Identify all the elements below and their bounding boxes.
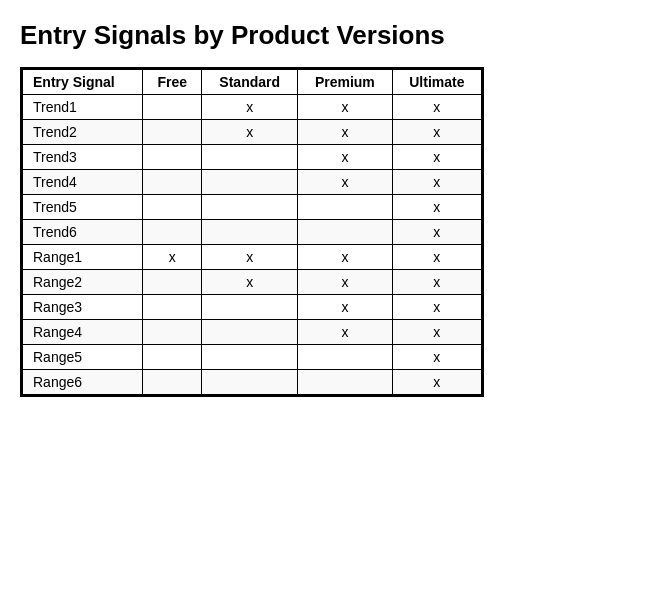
entry-signal-name: Range4 xyxy=(23,320,143,345)
cell-ultimate: x xyxy=(392,345,481,370)
cell-premium xyxy=(298,220,393,245)
cell-premium: x xyxy=(298,295,393,320)
cell-standard xyxy=(202,220,298,245)
cell-standard xyxy=(202,370,298,395)
table-row: Range1xxxx xyxy=(23,245,482,270)
entry-signal-name: Range5 xyxy=(23,345,143,370)
cell-standard xyxy=(202,345,298,370)
table-row: Trend4xx xyxy=(23,170,482,195)
cell-ultimate: x xyxy=(392,95,481,120)
table-row: Range5x xyxy=(23,345,482,370)
entry-signal-name: Range2 xyxy=(23,270,143,295)
cell-premium xyxy=(298,345,393,370)
table-row: Trend5x xyxy=(23,195,482,220)
cell-premium: x xyxy=(298,145,393,170)
cell-ultimate: x xyxy=(392,295,481,320)
entry-signal-name: Trend5 xyxy=(23,195,143,220)
table-row: Range4xx xyxy=(23,320,482,345)
cell-premium: x xyxy=(298,245,393,270)
entry-signal-name: Range6 xyxy=(23,370,143,395)
cell-premium: x xyxy=(298,95,393,120)
cell-standard xyxy=(202,320,298,345)
cell-ultimate: x xyxy=(392,370,481,395)
entry-signal-name: Trend1 xyxy=(23,95,143,120)
table-row: Trend2xxx xyxy=(23,120,482,145)
cell-free xyxy=(143,195,202,220)
cell-standard xyxy=(202,170,298,195)
cell-ultimate: x xyxy=(392,270,481,295)
cell-standard: x xyxy=(202,270,298,295)
entry-signal-name: Range3 xyxy=(23,295,143,320)
cell-free xyxy=(143,270,202,295)
cell-free xyxy=(143,220,202,245)
entry-signal-name: Trend2 xyxy=(23,120,143,145)
cell-premium: x xyxy=(298,170,393,195)
cell-premium xyxy=(298,370,393,395)
cell-free xyxy=(143,370,202,395)
col-header-premium: Premium xyxy=(298,70,393,95)
cell-free xyxy=(143,145,202,170)
table-row: Trend6x xyxy=(23,220,482,245)
product-versions-table: Entry SignalFreeStandardPremiumUltimate … xyxy=(22,69,482,395)
main-table-container: Entry SignalFreeStandardPremiumUltimate … xyxy=(20,67,484,397)
cell-ultimate: x xyxy=(392,195,481,220)
entry-signal-name: Trend4 xyxy=(23,170,143,195)
col-header-free: Free xyxy=(143,70,202,95)
col-header-standard: Standard xyxy=(202,70,298,95)
cell-ultimate: x xyxy=(392,145,481,170)
cell-ultimate: x xyxy=(392,170,481,195)
table-row: Range6x xyxy=(23,370,482,395)
cell-standard xyxy=(202,195,298,220)
cell-standard xyxy=(202,295,298,320)
table-row: Trend3xx xyxy=(23,145,482,170)
cell-ultimate: x xyxy=(392,320,481,345)
cell-free: x xyxy=(143,245,202,270)
entry-signal-name: Range1 xyxy=(23,245,143,270)
cell-ultimate: x xyxy=(392,120,481,145)
cell-premium: x xyxy=(298,270,393,295)
table-row: Range2xxx xyxy=(23,270,482,295)
cell-standard: x xyxy=(202,120,298,145)
cell-ultimate: x xyxy=(392,245,481,270)
cell-standard xyxy=(202,145,298,170)
cell-free xyxy=(143,320,202,345)
cell-free xyxy=(143,345,202,370)
cell-premium: x xyxy=(298,320,393,345)
cell-free xyxy=(143,295,202,320)
col-header-ultimate: Ultimate xyxy=(392,70,481,95)
table-header-row: Entry SignalFreeStandardPremiumUltimate xyxy=(23,70,482,95)
cell-standard: x xyxy=(202,245,298,270)
cell-free xyxy=(143,120,202,145)
entry-signal-name: Trend6 xyxy=(23,220,143,245)
cell-ultimate: x xyxy=(392,220,481,245)
cell-premium xyxy=(298,195,393,220)
entry-signal-name: Trend3 xyxy=(23,145,143,170)
page-title: Entry Signals by Product Versions xyxy=(20,20,641,51)
table-row: Trend1xxx xyxy=(23,95,482,120)
cell-free xyxy=(143,170,202,195)
cell-standard: x xyxy=(202,95,298,120)
cell-free xyxy=(143,95,202,120)
col-header-entry-signal: Entry Signal xyxy=(23,70,143,95)
table-body: Trend1xxxTrend2xxxTrend3xxTrend4xxTrend5… xyxy=(23,95,482,395)
table-row: Range3xx xyxy=(23,295,482,320)
cell-premium: x xyxy=(298,120,393,145)
